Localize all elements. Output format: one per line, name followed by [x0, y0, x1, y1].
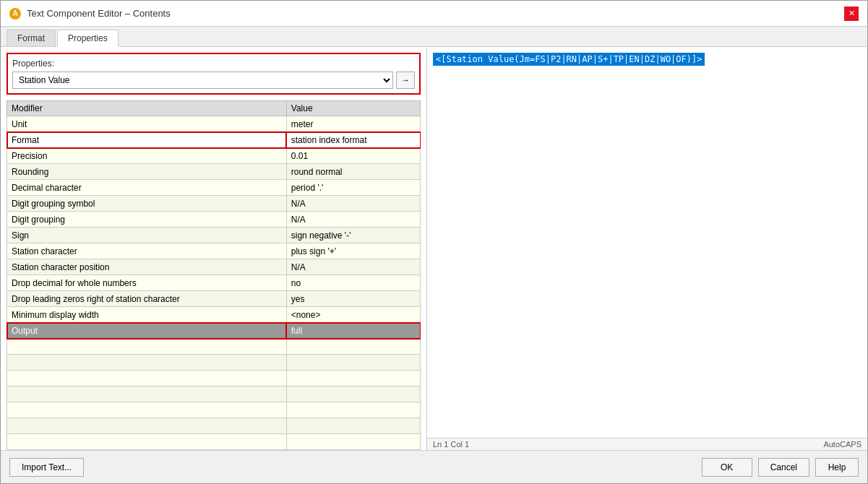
table-row-empty [7, 418, 421, 434]
left-panel: Properties: Station Value → Modifier Val… [1, 47, 427, 450]
status-bar: Ln 1 Col 1 AutoCAPS [427, 438, 867, 450]
modifier-cell: Station character position [7, 259, 287, 275]
cursor-position: Ln 1 Col 1 [433, 440, 469, 449]
modifier-cell: Digit grouping symbol [7, 196, 287, 212]
table-row: Decimal characterperiod '.' [7, 180, 421, 196]
table-row-empty [7, 434, 421, 450]
modifier-cell: Precision [7, 148, 287, 164]
value-cell: N/A [286, 196, 420, 212]
table-row: Outputfull [7, 323, 421, 339]
bottom-left: Import Text... [9, 458, 84, 477]
table-container: Modifier Value UnitmeterFormatstation in… [7, 100, 421, 450]
table-row-empty [7, 402, 421, 418]
empty-cell [7, 434, 287, 450]
table-row: Drop leading zeros right of station char… [7, 291, 421, 307]
properties-table: Modifier Value UnitmeterFormatstation in… [7, 100, 421, 450]
import-text-button[interactable]: Import Text... [9, 458, 84, 477]
tabs-bar: Format Properties [1, 27, 867, 47]
table-row-empty [7, 386, 421, 402]
cancel-button[interactable]: Cancel [758, 458, 809, 477]
main-content: Properties: Station Value → Modifier Val… [1, 47, 867, 450]
ok-button[interactable]: OK [702, 458, 752, 477]
code-area: <[Station Value(Jm=FS|P2|RN|AP|S+|TP|EN|… [427, 47, 867, 438]
bottom-right: OK Cancel Help [702, 458, 859, 477]
empty-cell [286, 434, 420, 450]
table-row: Digit grouping symbolN/A [7, 196, 421, 212]
close-button[interactable]: ✕ [844, 7, 859, 21]
empty-cell [7, 386, 287, 402]
table-row: Digit groupingN/A [7, 212, 421, 228]
code-text: <[Station Value(Jm=FS|P2|RN|AP|S+|TP|EN|… [433, 53, 705, 66]
caps-status: AutoCAPS [823, 440, 861, 449]
modifier-cell: Unit [7, 116, 287, 132]
modifier-cell: Output [7, 323, 287, 339]
empty-cell [7, 402, 287, 418]
empty-cell [286, 418, 420, 434]
modifier-cell: Sign [7, 228, 287, 243]
value-cell: sign negative '-' [286, 228, 420, 243]
table-row-empty [7, 371, 421, 386]
value-cell: no [286, 275, 420, 291]
empty-cell [7, 371, 287, 386]
table-row: Minimum display width<none> [7, 307, 421, 323]
main-window: A Text Component Editor – Contents ✕ For… [0, 0, 868, 484]
value-cell: period '.' [286, 180, 420, 196]
value-cell: N/A [286, 212, 420, 228]
title-bar-left: A Text Component Editor – Contents [9, 8, 171, 20]
table-row: Precision0.01 [7, 148, 421, 164]
properties-label: Properties: [12, 59, 415, 69]
table-row: Signsign negative '-' [7, 228, 421, 243]
empty-cell [7, 355, 287, 371]
empty-cell [7, 418, 287, 434]
empty-cell [286, 355, 420, 371]
value-cell: 0.01 [286, 148, 420, 164]
help-button[interactable]: Help [815, 458, 859, 477]
col-header-modifier: Modifier [7, 101, 287, 116]
value-cell: full [286, 323, 420, 339]
window-title: Text Component Editor – Contents [27, 8, 171, 19]
value-cell: plus sign '+' [286, 243, 420, 259]
modifier-cell: Decimal character [7, 180, 287, 196]
value-cell: meter [286, 116, 420, 132]
value-cell: station index format [286, 132, 420, 148]
empty-cell [286, 402, 420, 418]
modifier-cell: Format [7, 132, 287, 148]
table-row-empty [7, 355, 421, 371]
table-row: Drop decimal for whole numbersno [7, 275, 421, 291]
app-icon: A [9, 8, 21, 20]
modifier-cell: Minimum display width [7, 307, 287, 323]
table-row-empty [7, 339, 421, 355]
modifier-cell: Station character [7, 243, 287, 259]
properties-section: Properties: Station Value → [7, 53, 421, 95]
arrow-button[interactable]: → [396, 72, 415, 89]
table-row: Station character positionN/A [7, 259, 421, 275]
modifier-cell: Drop decimal for whole numbers [7, 275, 287, 291]
modifier-cell: Drop leading zeros right of station char… [7, 291, 287, 307]
properties-dropdown-row: Station Value → [12, 72, 415, 89]
modifier-cell: Digit grouping [7, 212, 287, 228]
empty-cell [286, 339, 420, 355]
value-cell: <none> [286, 307, 420, 323]
tab-properties[interactable]: Properties [57, 30, 119, 47]
table-row: Station characterplus sign '+' [7, 243, 421, 259]
bottom-bar: Import Text... OK Cancel Help [1, 450, 867, 483]
value-cell: yes [286, 291, 420, 307]
value-cell: round normal [286, 164, 420, 180]
modifier-cell: Rounding [7, 164, 287, 180]
table-row: Roundinground normal [7, 164, 421, 180]
empty-cell [7, 339, 287, 355]
right-panel: <[Station Value(Jm=FS|P2|RN|AP|S+|TP|EN|… [427, 47, 867, 450]
tab-format[interactable]: Format [7, 30, 56, 46]
title-bar: A Text Component Editor – Contents ✕ [1, 1, 867, 27]
table-row: Formatstation index format [7, 132, 421, 148]
value-cell: N/A [286, 259, 420, 275]
empty-cell [286, 386, 420, 402]
table-row: Unitmeter [7, 116, 421, 132]
properties-dropdown[interactable]: Station Value [12, 72, 393, 89]
col-header-value: Value [286, 101, 420, 116]
empty-cell [286, 371, 420, 386]
